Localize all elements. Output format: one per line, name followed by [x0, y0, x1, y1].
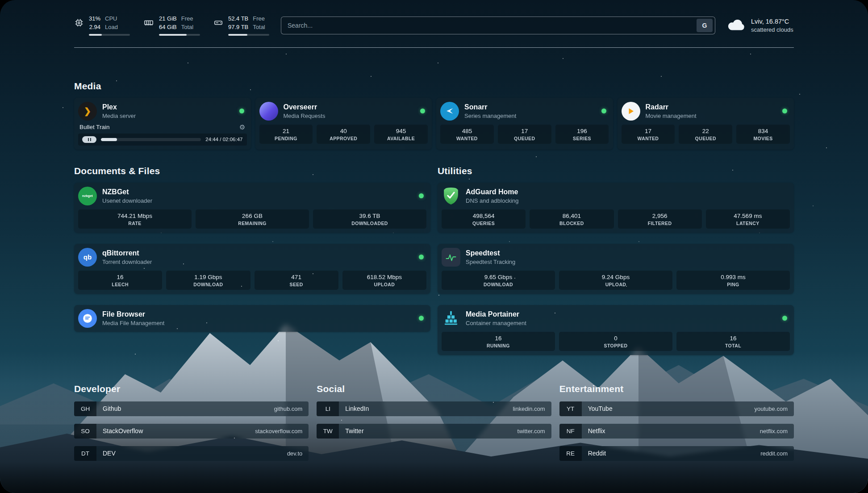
stat-block: 498,564 QUERIES	[442, 209, 526, 229]
service-card-portainer[interactable]: Media Portainer Container management 16 …	[438, 305, 794, 355]
search-input[interactable]	[288, 22, 697, 29]
bookmark-name: Github	[96, 405, 274, 412]
status-indicator	[419, 316, 424, 321]
memory-free-label: Free	[181, 15, 193, 23]
stat-block: 834 MOVIES	[736, 125, 790, 144]
now-playing-title: Bullet Train	[79, 124, 110, 130]
overseerr-icon	[259, 102, 278, 121]
bookmark-abbr: YT	[559, 401, 582, 416]
service-card-speedtest[interactable]: Speedtest Speedtest Tracking 9.65 Gbps D…	[438, 244, 794, 294]
stat-block: 47.569 ms LATENCY	[706, 209, 790, 229]
weather-location: Lviv, 16.87°C	[751, 18, 793, 25]
service-card-sonarr[interactable]: Sonarr Series management 485 WANTED 17 Q…	[436, 98, 613, 150]
disk-icon	[213, 18, 223, 29]
playback-time: 24:44 / 02:06:47	[205, 137, 242, 142]
service-description: Speedtest Tracking	[466, 259, 790, 265]
memory-free-value: 21 GiB	[159, 15, 177, 23]
plex-player-bar: 24:44 / 02:06:47	[78, 134, 247, 146]
cpu-usage-fill	[89, 34, 102, 36]
stat-block: 471 SEED	[255, 271, 338, 290]
memory-total-value: 64 GiB	[159, 24, 177, 31]
stat-block: 39.6 TB DOWNLOADED	[313, 209, 426, 229]
status-indicator	[782, 109, 787, 113]
service-card-filebrowser[interactable]: File Browser Media File Management	[74, 305, 430, 332]
memory-widget: 21 GiB 64 GiB Free Total	[143, 15, 200, 36]
service-card-plex[interactable]: ❯ Plex Media server Bullet Train ⚙	[74, 98, 251, 150]
disk-total-label: Total	[253, 24, 265, 31]
memory-usage-fill	[159, 34, 187, 36]
bookmark-name: YouTube	[582, 405, 755, 412]
bookmark-abbr: LI	[317, 401, 339, 416]
bookmark-abbr: TW	[317, 424, 339, 439]
cpu-icon	[74, 18, 84, 29]
service-name: qBittorrent	[102, 249, 413, 257]
service-description: Torrent downloader	[102, 259, 413, 265]
section-title-utilities: Utilities	[438, 166, 794, 176]
bookmark-group-title: Social	[317, 384, 551, 394]
status-indicator	[239, 109, 244, 113]
service-card-nzbget[interactable]: nzbget NZBGet Usenet downloader 744.21 M…	[74, 183, 430, 233]
pause-button[interactable]	[82, 136, 96, 143]
bookmark-abbr: DT	[74, 446, 96, 461]
memory-icon	[143, 18, 154, 29]
service-card-adguard[interactable]: AdGuard Home DNS and adblocking 498,564 …	[438, 183, 794, 233]
search-bar: G	[281, 17, 715, 34]
bookmark-url: reddit.com	[760, 450, 794, 457]
status-indicator	[420, 109, 425, 113]
bookmark-twitter[interactable]: TW Twitter twitter.com	[317, 424, 551, 439]
stat-block: 22 QUEUED	[679, 125, 732, 144]
bookmark-url: stackoverflow.com	[255, 428, 309, 435]
cpu-label: CPU	[105, 15, 118, 23]
bookmark-stackoverflow[interactable]: SO StackOverflow stackoverflow.com	[74, 424, 309, 439]
bookmark-name: DEV	[96, 450, 287, 457]
bookmark-reddit[interactable]: RE Reddit reddit.com	[559, 446, 794, 461]
bookmark-url: dev.to	[287, 450, 309, 457]
bookmark-url: linkedin.com	[513, 405, 551, 412]
service-card-qbittorrent[interactable]: qb qBittorrent Torrent downloader 16	[74, 244, 430, 294]
section-title-media: Media	[74, 81, 794, 92]
playback-progress-fill	[101, 138, 117, 141]
media-cards-row: ❯ Plex Media server Bullet Train ⚙	[74, 98, 794, 150]
stat-block: 9.24 Gbps UPLOAD	[559, 271, 672, 290]
filebrowser-icon	[78, 309, 97, 328]
service-card-radarr[interactable]: Radarr Movie management 17 WANTED 22 QUE…	[618, 98, 794, 150]
stat-block: 0 STOPPED	[559, 332, 672, 351]
bookmark-name: LinkedIn	[339, 405, 513, 412]
stat-block: 9.65 Gbps DOWNLOAD	[442, 271, 555, 290]
playback-progress-track[interactable]	[101, 138, 201, 141]
bookmark-dev[interactable]: DT DEV dev.to	[74, 446, 309, 461]
bookmark-youtube[interactable]: YT YouTube youtube.com	[559, 401, 794, 416]
section-title-documents: Documents & Files	[74, 166, 430, 176]
stars-layer-2	[0, 0, 1, 1]
bookmark-abbr: GH	[74, 401, 96, 416]
service-name: Plex	[102, 103, 234, 111]
bookmark-name: Twitter	[339, 427, 517, 435]
bookmark-linkedin[interactable]: LI LinkedIn linkedin.com	[317, 401, 551, 416]
weather-condition: scattered clouds	[751, 26, 793, 33]
cpu-load-label: Load	[105, 24, 118, 31]
service-card-overseerr[interactable]: Overseerr Media Requests 21 PENDING 40 A…	[255, 98, 432, 150]
plex-icon: ❯	[78, 102, 97, 121]
bookmark-url: github.com	[274, 405, 309, 412]
service-name: Media Portainer	[466, 310, 777, 318]
stat-block: 945 AVAILABLE	[374, 125, 428, 144]
bookmark-group-title: Developer	[74, 384, 309, 394]
stat-block: 16 TOTAL	[676, 332, 790, 351]
search-provider-button[interactable]: G	[697, 19, 713, 32]
stat-block: 266 GB REMAINING	[196, 209, 309, 229]
stars-layer	[0, 0, 1, 1]
cloud-icon	[727, 18, 746, 33]
bookmark-netflix[interactable]: NF Netflix netflix.com	[559, 424, 794, 439]
nzbget-icon: nzbget	[78, 187, 97, 205]
service-description: Series management	[464, 113, 596, 119]
gear-icon[interactable]: ⚙	[239, 124, 245, 130]
stat-block: 17 QUEUED	[498, 125, 551, 144]
bookmark-github[interactable]: GH Github github.com	[74, 401, 309, 416]
status-indicator	[782, 316, 787, 321]
section-media: Media ❯ Plex Media server	[74, 81, 794, 150]
section-utilities: Utilities	[438, 166, 794, 355]
disk-widget: 52.4 TB 97.9 TB Free Total	[213, 15, 269, 36]
bookmark-name: StackOverflow	[96, 427, 255, 435]
stat-block: 485 WANTED	[440, 125, 494, 144]
qbittorrent-icon: qb	[78, 248, 97, 267]
